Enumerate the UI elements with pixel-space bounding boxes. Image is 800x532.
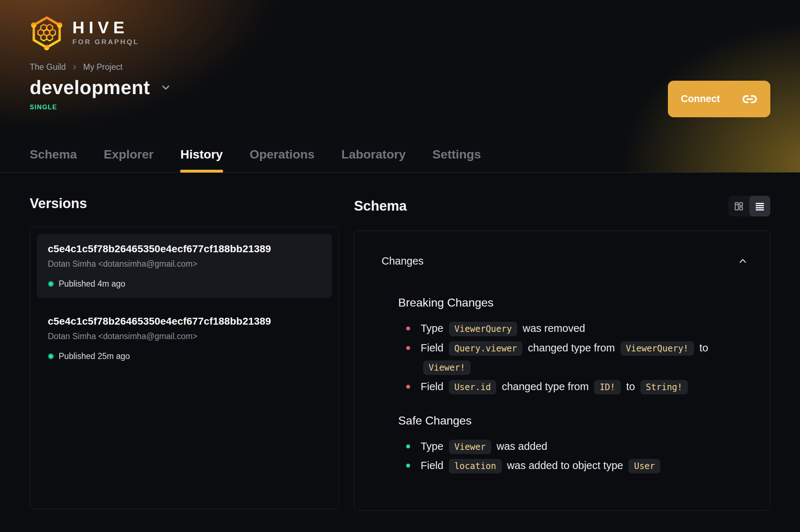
tab-schema[interactable]: Schema [30,147,77,172]
change-text: was removed [520,322,585,334]
tab-explorer[interactable]: Explorer [104,147,153,172]
changes-panel: Changes Breaking Changes Type ViewerQuer… [354,231,770,511]
brand: HIVE FOR GRAPHQL [30,14,770,51]
breadcrumb-project[interactable]: My Project [83,62,123,72]
list-view-icon [754,201,765,212]
brand-name: HIVE [72,19,139,36]
hive-logo-icon [30,15,64,50]
change-text: Field [421,381,446,392]
tab-history[interactable]: History [180,147,223,172]
changes-body: Breaking Changes Type ViewerQuery was re… [354,296,770,490]
change-text: changed type from [499,381,591,392]
schema-section: Schema [354,196,770,511]
tab-operations[interactable]: Operations [250,147,315,172]
connect-label: Connect [681,93,720,105]
change-code: Viewer! [423,360,471,375]
change-text: Field [421,460,446,471]
collapse-button[interactable] [736,254,750,268]
published-status-dot [48,281,54,287]
tab-settings[interactable]: Settings [433,147,481,172]
chevron-down-icon [160,82,172,93]
change-text: to [696,342,708,354]
change-section: Safe Changes Type Viewer was added Field… [398,414,753,476]
schema-title: Schema [354,198,407,214]
version-status: Published 25m ago [59,351,130,361]
change-code: ID! [594,380,620,394]
view-toggle [728,196,770,216]
header: HIVE FOR GRAPHQL The Guild My Project de… [0,0,800,173]
page: HIVE FOR GRAPHQL The Guild My Project de… [0,0,800,532]
change-code: String! [640,380,688,394]
change-text: Type [421,322,446,334]
version-card[interactable]: c5e4c1c5f78b26465350e4ecf677cf188bb21389… [37,234,332,298]
target-selector-toggle[interactable] [160,82,172,93]
changes-header[interactable]: Changes [354,231,770,268]
breadcrumb: The Guild My Project [30,62,770,72]
columns-view-button[interactable] [728,196,749,216]
list-view-button[interactable] [749,196,770,216]
change-code: Query.viewer [449,341,522,356]
versions-list: c5e4c1c5f78b26465350e4ecf677cf188bb21389… [30,227,339,509]
breadcrumb-org[interactable]: The Guild [30,62,66,72]
change-section-title: Safe Changes [398,414,753,427]
version-author: Dotan Simha <dotansimha@gmail.com> [48,332,321,341]
brand-tagline: FOR GRAPHQL [72,38,139,46]
change-text: to [623,381,638,392]
change-text: changed type from [525,342,618,354]
tab-laboratory[interactable]: Laboratory [341,147,406,172]
change-item: Field User.id changed type from ID! to S… [421,377,710,397]
change-section-title: Breaking Changes [398,296,753,309]
target-mode-badge: SINGLE [30,104,770,111]
change-code: ViewerQuery! [620,341,694,356]
version-author: Dotan Simha <dotansimha@gmail.com> [48,259,321,269]
change-item: Type Viewer was added [421,437,710,456]
changes-title: Changes [382,255,424,267]
versions-title: Versions [30,196,339,211]
versions-section: Versions c5e4c1c5f78b26465350e4ecf677cf1… [30,196,339,511]
change-item: Type ViewerQuery was removed [421,319,710,338]
main: Versions c5e4c1c5f78b26465350e4ecf677cf1… [0,196,800,511]
connect-button[interactable]: Connect [668,81,770,117]
version-status: Published 4m ago [59,279,125,289]
tabs: Schema Explorer History Operations Labor… [30,147,481,172]
change-item: Field Query.viewer changed type from Vie… [421,338,710,377]
change-text: Type [421,440,446,452]
change-code: User.id [449,380,496,394]
chevron-up-icon [737,256,748,266]
change-text: was added to object type [504,460,626,471]
version-hash: c5e4c1c5f78b26465350e4ecf677cf188bb21389 [48,316,321,327]
change-text: was added [494,440,547,452]
title-row: development [30,76,770,98]
change-section: Breaking Changes Type ViewerQuery was re… [398,296,753,397]
change-text: Field [421,342,446,354]
version-hash: c5e4c1c5f78b26465350e4ecf677cf188bb21389 [48,243,321,255]
chevron-right-icon [71,64,78,71]
published-status-dot [48,353,54,359]
change-code: ViewerQuery [449,322,517,336]
change-code: location [449,459,502,473]
version-card[interactable]: c5e4c1c5f78b26465350e4ecf677cf188bb21389… [37,306,332,371]
change-code: User [628,459,660,473]
columns-view-icon [733,201,744,212]
change-item: Field location was added to object type … [421,456,710,476]
change-code: Viewer [449,440,491,454]
link-icon [742,92,757,107]
page-title: development [30,76,150,98]
